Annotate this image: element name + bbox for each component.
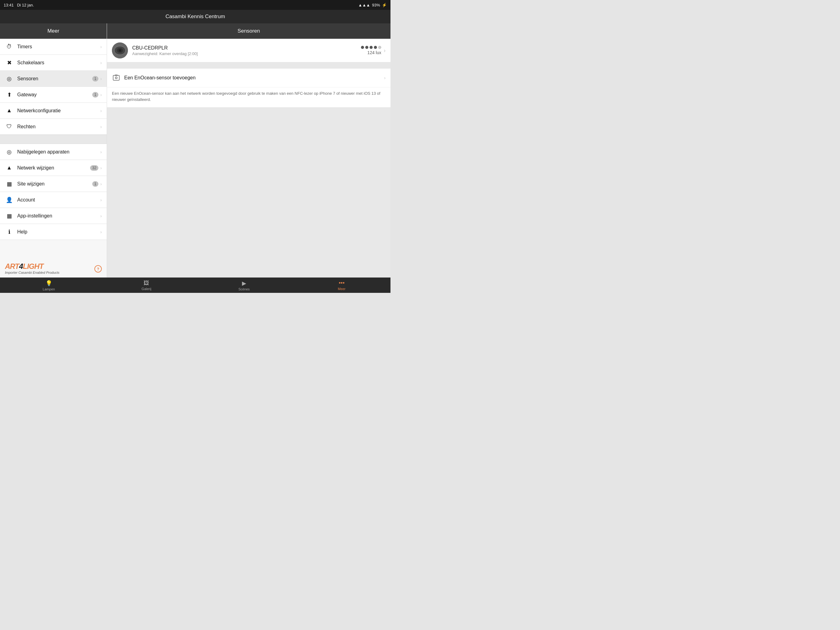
sidebar-item-rechten[interactable]: 🛡 Rechten ›	[0, 119, 107, 135]
help-icon: ℹ	[5, 228, 14, 236]
sidebar-item-schakelaars[interactable]: ✖ Schakelaars ›	[0, 55, 107, 71]
dot-1	[361, 46, 364, 49]
sensor-avatar-image	[112, 43, 128, 59]
sensor-name: CBU-CEDRPLR	[132, 45, 361, 51]
chevron-icon: ›	[100, 230, 102, 234]
sidebar-item-timers[interactable]: ⏱ Timers ›	[0, 39, 107, 55]
sidebar-item-netwerkconfiguratie[interactable]: ▲ Netwerkconfiguratie ›	[0, 103, 107, 119]
help-circle-icon[interactable]: ?	[95, 265, 102, 272]
battery-percent: 93%	[372, 3, 380, 7]
tab-scenes[interactable]: ▶ Scènes	[195, 278, 293, 293]
sidebar: Meer ⏱ Timers › ✖ Schakelaars › ◎ Sensor…	[0, 24, 107, 277]
tab-galerij[interactable]: 🖼 Galerij	[98, 278, 196, 293]
sensor-lux: 124 lux	[368, 50, 381, 55]
sidebar-label-timers: Timers	[17, 44, 100, 49]
tab-bar: 💡 Lampen 🖼 Galerij ▶ Scènes ••• Meer	[0, 277, 390, 293]
status-time: 13:41	[4, 3, 14, 7]
sidebar-item-nabijgelegen[interactable]: ◎ Nabijgelegen apparaten ›	[0, 144, 107, 160]
sidebar-label-sensoren: Sensoren	[17, 76, 92, 82]
sensor-dots	[361, 46, 381, 49]
sensor-info: CBU-CEDRPLR Aanwezigheid: Kamer overdag …	[132, 45, 361, 56]
chevron-icon: ›	[100, 108, 102, 113]
status-time-date: 13:41 Di 12 jan.	[4, 3, 34, 7]
tab-meer[interactable]: ••• Meer	[293, 278, 391, 293]
chevron-icon: ›	[100, 60, 102, 65]
sensor-avatar	[112, 43, 128, 59]
sensor-item[interactable]: CBU-CEDRPLR Aanwezigheid: Kamer overdag …	[107, 39, 390, 62]
add-sensor-row[interactable]: Een EnOcean-sensor toevoegen ›	[107, 69, 390, 87]
sidebar-item-help[interactable]: ℹ Help ›	[0, 224, 107, 240]
sensoren-badge: 1	[92, 76, 99, 82]
sidebar-label-site-wijzigen: Site wijzigen	[17, 181, 92, 187]
galerij-icon: 🖼	[144, 280, 149, 287]
sensor-chevron-icon: ›	[384, 47, 385, 54]
sidebar-header: Meer	[0, 24, 107, 39]
tab-lampen[interactable]: 💡 Lampen	[0, 278, 98, 293]
sidebar-item-site-wijzigen[interactable]: ▦ Site wijzigen 1 ›	[0, 176, 107, 192]
site-badge: 1	[92, 181, 99, 187]
netwerk-wijzigen-icon: ▲	[5, 164, 14, 172]
content-area: Sensoren CBU-CEDRPLR Aanwezigheid: Kamer	[107, 24, 390, 277]
sensoren-icon: ◎	[5, 74, 14, 83]
network-config-icon: ▲	[5, 106, 14, 115]
dot-2	[365, 46, 368, 49]
logo-sub: Importer Casambi Enabled Products	[5, 271, 102, 274]
netwerk-badge: 32	[90, 165, 98, 171]
chevron-icon: ›	[100, 92, 102, 97]
main-layout: Meer ⏱ Timers › ✖ Schakelaars › ◎ Sensor…	[0, 24, 390, 277]
chevron-icon: ›	[100, 124, 102, 129]
status-right: ▲▲▲ 93% ⚡	[358, 3, 387, 7]
sidebar-item-sensoren[interactable]: ◎ Sensoren 1 ›	[0, 71, 107, 87]
tab-label-meer: Meer	[338, 287, 346, 291]
title-bar: Casambi Kennis Centrum	[0, 10, 390, 24]
sidebar-item-gateway[interactable]: ⬆ Gateway 1 ›	[0, 87, 107, 103]
sidebar-label-gateway: Gateway	[17, 92, 92, 98]
nearby-icon: ◎	[5, 148, 14, 156]
sidebar-section-1: ⏱ Timers › ✖ Schakelaars › ◎ Sensoren 1 …	[0, 39, 107, 135]
account-icon: 👤	[5, 196, 14, 204]
timer-icon: ⏱	[5, 43, 14, 51]
sidebar-label-schakelaars: Schakelaars	[17, 60, 100, 65]
logo-area: ART4LIGHT Importer Casambi Enabled Produ…	[0, 259, 107, 277]
sensor-right: 124 lux	[361, 46, 381, 55]
chevron-icon: ›	[100, 166, 102, 171]
gateway-badge: 1	[92, 92, 99, 98]
add-sensor-chevron-icon: ›	[384, 75, 385, 80]
add-sensor-icon	[112, 73, 120, 82]
chevron-icon: ›	[100, 149, 102, 154]
sidebar-item-netwerk-wijzigen[interactable]: ▲ Netwerk wijzigen 32 ›	[0, 160, 107, 176]
rechten-icon: 🛡	[5, 122, 14, 131]
dot-4	[374, 46, 377, 49]
status-date: Di 12 jan.	[17, 3, 34, 7]
battery-icon: ⚡	[382, 3, 387, 7]
add-sensor-label: Een EnOcean-sensor toevoegen	[124, 75, 384, 81]
chevron-icon: ›	[100, 214, 102, 218]
sidebar-label-netwerk-wijzigen: Netwerk wijzigen	[17, 165, 90, 171]
content-title: Sensoren	[238, 28, 260, 34]
sidebar-item-app-instellingen[interactable]: ▦ App-instellingen ›	[0, 208, 107, 224]
svg-point-6	[115, 77, 117, 79]
chevron-icon: ›	[100, 182, 102, 187]
gateway-icon: ⬆	[5, 90, 14, 99]
sidebar-divider	[0, 135, 107, 144]
app-title: Casambi Kennis Centrum	[166, 14, 225, 20]
sidebar-item-account[interactable]: 👤 Account ›	[0, 192, 107, 208]
content-header: Sensoren	[107, 24, 390, 39]
sidebar-label-help: Help	[17, 229, 100, 235]
sidebar-label-nabijgelegen: Nabijgelegen apparaten	[17, 149, 100, 155]
sidebar-label-account: Account	[17, 197, 100, 203]
app-settings-icon: ▦	[5, 212, 14, 220]
sidebar-label-netwerkconfiguratie: Netwerkconfiguratie	[17, 108, 100, 114]
chevron-icon: ›	[100, 76, 102, 81]
wifi-icon: ▲▲▲	[358, 3, 370, 7]
add-sensor-section: Een EnOcean-sensor toevoegen › Een nieuw…	[107, 69, 390, 108]
content-body: CBU-CEDRPLR Aanwezigheid: Kamer overdag …	[107, 39, 390, 277]
lampen-icon: 💡	[46, 280, 52, 287]
sidebar-section-2: ◎ Nabijgelegen apparaten › ▲ Netwerk wij…	[0, 144, 107, 240]
content-divider	[107, 62, 390, 69]
tab-label-scenes: Scènes	[238, 287, 249, 291]
dot-5	[378, 46, 381, 49]
dot-3	[369, 46, 373, 49]
chevron-icon: ›	[100, 44, 102, 49]
sidebar-label-app-instellingen: App-instellingen	[17, 213, 100, 219]
